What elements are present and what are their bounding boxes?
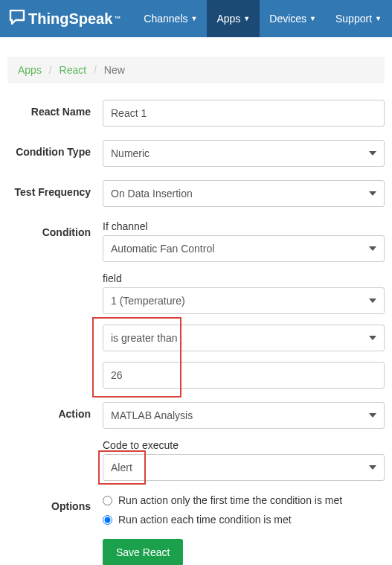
- nav-items: Channels▼ Apps▼ Devices▼ Support▼: [134, 0, 391, 37]
- chevron-down-icon: ▼: [309, 15, 316, 22]
- nav-support-label: Support: [335, 13, 372, 25]
- react-name-input[interactable]: [103, 100, 385, 127]
- row-condition-type: Condition Type Numeric: [7, 140, 385, 167]
- save-button[interactable]: Save React: [103, 539, 183, 565]
- breadcrumb-current: New: [104, 64, 125, 76]
- row-react-name: React Name: [7, 100, 385, 127]
- trademark: ™: [114, 15, 121, 22]
- nav-apps-label: Apps: [216, 13, 240, 25]
- chevron-down-icon: ▼: [191, 15, 198, 22]
- nav-support[interactable]: Support▼: [326, 0, 391, 37]
- row-options: Options Run action only the first time t…: [7, 494, 385, 565]
- label-code-to-execute: Code to execute: [103, 439, 385, 451]
- label-test-frequency: Test Frequency: [7, 180, 103, 207]
- row-action: Action MATLAB Analysis Code to execute A…: [7, 402, 385, 481]
- logo[interactable]: ThingSpeak ™: [9, 10, 121, 28]
- option-first-time[interactable]: Run action only the first time the condi…: [103, 494, 385, 506]
- option-each-time-label: Run action each time condition is met: [118, 514, 292, 526]
- main-container: Apps / React / New React Name Condition …: [0, 37, 392, 565]
- nav-devices-label: Devices: [269, 13, 306, 25]
- brand-text: ThingSpeak: [28, 10, 112, 28]
- action-select[interactable]: MATLAB Analysis: [103, 402, 385, 429]
- navbar: ThingSpeak ™ Channels▼ Apps▼ Devices▼ Su…: [0, 0, 392, 37]
- option-each-time[interactable]: Run action each time condition is met: [103, 514, 385, 526]
- label-options: Options: [7, 494, 103, 565]
- breadcrumb-apps[interactable]: Apps: [18, 64, 42, 76]
- nav-devices[interactable]: Devices▼: [260, 0, 326, 37]
- radio-each-time[interactable]: [103, 515, 112, 525]
- breadcrumb-separator: /: [49, 64, 52, 76]
- label-field: field: [103, 272, 385, 284]
- row-condition: Condition If channel Automatic Fan Contr…: [7, 220, 385, 389]
- condition-type-select[interactable]: Numeric: [103, 140, 385, 167]
- label-if-channel: If channel: [103, 220, 385, 232]
- label-condition-type: Condition Type: [7, 140, 103, 167]
- radio-first-time[interactable]: [103, 496, 112, 505]
- option-first-time-label: Run action only the first time the condi…: [118, 494, 342, 506]
- nav-channels-label: Channels: [144, 13, 187, 25]
- label-condition: Condition: [7, 220, 103, 389]
- comparison-select[interactable]: is greater than: [103, 325, 385, 351]
- chevron-down-icon: ▼: [375, 15, 382, 22]
- label-action: Action: [7, 402, 103, 481]
- breadcrumb-separator: /: [94, 64, 97, 76]
- chevron-down-icon: ▼: [243, 15, 250, 22]
- nav-apps[interactable]: Apps▼: [207, 0, 260, 37]
- label-react-name: React Name: [7, 100, 103, 127]
- test-frequency-select[interactable]: On Data Insertion: [103, 180, 385, 207]
- field-select[interactable]: 1 (Temperature): [103, 287, 385, 314]
- breadcrumb-react[interactable]: React: [60, 64, 87, 76]
- row-test-frequency: Test Frequency On Data Insertion: [7, 180, 385, 207]
- threshold-input[interactable]: [103, 362, 385, 389]
- code-select[interactable]: Alert: [103, 454, 385, 481]
- channel-select[interactable]: Automatic Fan Control: [103, 235, 385, 262]
- nav-channels[interactable]: Channels▼: [134, 0, 207, 37]
- speech-bubble-icon: [9, 10, 25, 28]
- breadcrumb: Apps / React / New: [7, 57, 385, 83]
